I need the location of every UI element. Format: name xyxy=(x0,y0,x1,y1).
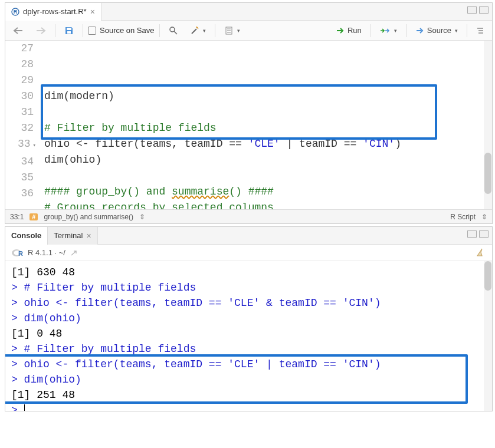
section-nav-icon[interactable]: ⇕ xyxy=(139,213,145,221)
line-number: 27 xyxy=(5,41,34,57)
line-number: 36 xyxy=(5,186,34,202)
console-tab-bar: Console Terminal × xyxy=(5,227,492,245)
line-number: 35 xyxy=(5,170,34,186)
source-button[interactable]: Source ▾ xyxy=(411,24,462,37)
r-file-icon: R xyxy=(11,8,19,16)
save-icon xyxy=(64,26,74,35)
line-number: 30 xyxy=(5,88,34,104)
line-gutter: 27282930313233▾343536 xyxy=(5,41,42,209)
find-button[interactable] xyxy=(165,24,182,38)
pane-window-controls xyxy=(467,6,489,14)
console-line: [1] 0 48 xyxy=(11,326,486,341)
run-arrow-icon xyxy=(336,27,345,34)
notebook-icon xyxy=(224,26,234,35)
compile-report-button[interactable]: ▾ xyxy=(220,24,244,38)
wand-icon xyxy=(190,26,199,35)
chevron-down-icon: ▾ xyxy=(394,28,397,34)
r-logo-icon: R xyxy=(11,248,23,258)
rerun-button[interactable]: ▾ xyxy=(376,25,401,37)
minimize-console-button[interactable] xyxy=(467,230,477,238)
code-line[interactable]: dim(modern) xyxy=(44,88,492,104)
code-line[interactable]: # Filter by multiple fields xyxy=(44,120,492,136)
back-button[interactable] xyxy=(9,24,28,37)
console-pane: Console Terminal × R R 4.1.1 · ~/ [1] 63… xyxy=(5,226,493,411)
editor-tab[interactable]: R dplyr-rows-start.R* × xyxy=(5,3,101,21)
arrow-left-icon xyxy=(13,27,24,35)
source-on-save-checkbox[interactable] xyxy=(88,27,96,35)
editor-tab-bar: R dplyr-rows-start.R* × xyxy=(5,3,492,21)
editor-pane: R dplyr-rows-start.R* × Source on Save xyxy=(5,2,493,224)
console-window-controls xyxy=(467,230,489,238)
svg-text:R: R xyxy=(18,250,23,257)
console-scrollbar[interactable] xyxy=(484,261,492,411)
svg-line-5 xyxy=(174,31,177,34)
broom-icon xyxy=(476,248,486,258)
save-button[interactable] xyxy=(60,24,78,38)
console-tab[interactable]: Console xyxy=(5,227,48,245)
console-line: [1] 630 48 xyxy=(11,265,486,280)
editor-tab-title: dplyr-rows-start.R* xyxy=(23,7,87,16)
arrow-right-icon xyxy=(35,27,46,35)
console-line: > # Filter by multiple fields xyxy=(11,341,486,357)
console-line: > xyxy=(11,403,486,411)
language-nav-icon[interactable]: ⇕ xyxy=(481,213,487,221)
source-on-save-label: Source on Save xyxy=(100,26,155,35)
section-badge: # xyxy=(29,213,38,220)
svg-line-6 xyxy=(192,29,196,34)
code-line[interactable] xyxy=(44,168,492,184)
language-mode[interactable]: R Script xyxy=(450,213,476,221)
rerun-icon xyxy=(380,27,391,34)
code-tools-button[interactable]: ▾ xyxy=(186,24,210,38)
line-number: 32 xyxy=(5,120,34,136)
console-line: > ohio <- filter(teams, teamID == 'CLE' … xyxy=(11,295,486,311)
source-arrow-icon xyxy=(415,27,425,34)
r-version-label: R 4.1.1 · ~/ xyxy=(28,248,65,257)
outline-button[interactable] xyxy=(472,24,489,37)
console-header: R R 4.1.1 · ~/ xyxy=(5,245,492,261)
editor-toolbar: Source on Save ▾ ▾ Run ▾ Source ▾ xyxy=(5,21,492,41)
editor-status-bar: 33:1 # group_by() and summarise() ⇕ R Sc… xyxy=(5,209,492,223)
run-button[interactable]: Run xyxy=(332,24,366,37)
line-number: 34 xyxy=(5,154,34,170)
terminal-tab[interactable]: Terminal × xyxy=(48,227,97,245)
code-line[interactable] xyxy=(44,104,492,120)
code-content[interactable]: dim(modern) # Filter by multiple fieldso… xyxy=(42,41,492,209)
minimize-pane-button[interactable] xyxy=(467,6,477,14)
section-name[interactable]: group_by() and summarise() xyxy=(44,213,133,221)
line-number: 29 xyxy=(5,73,34,88)
maximize-console-button[interactable] xyxy=(479,230,489,238)
outline-icon xyxy=(476,27,484,35)
popout-icon[interactable] xyxy=(70,249,78,256)
console-line: > dim(ohio) xyxy=(11,372,486,387)
console-line: > # Filter by multiple fields xyxy=(11,280,486,295)
close-tab-icon[interactable]: × xyxy=(90,7,95,17)
svg-text:R: R xyxy=(14,9,18,15)
chevron-down-icon: ▾ xyxy=(237,28,240,34)
search-icon xyxy=(169,26,178,35)
chevron-down-icon: ▾ xyxy=(203,28,206,34)
clear-console-button[interactable] xyxy=(476,248,486,258)
line-number: 31 xyxy=(5,104,34,120)
code-line[interactable]: dim(ohio) xyxy=(44,152,492,168)
close-terminal-icon[interactable]: × xyxy=(86,231,91,241)
cursor-position: 33:1 xyxy=(10,213,24,221)
svg-point-4 xyxy=(170,27,175,32)
line-number: 28 xyxy=(5,57,34,73)
code-line[interactable]: ohio <- filter(teams, teamID == 'CLE' | … xyxy=(44,136,492,152)
chevron-down-icon: ▾ xyxy=(455,28,458,34)
console-line: [1] 251 48 xyxy=(11,387,486,403)
line-number: 33▾ xyxy=(5,136,34,154)
svg-rect-3 xyxy=(67,31,71,34)
code-editor[interactable]: 27282930313233▾343536 dim(modern) # Filt… xyxy=(5,41,492,209)
console-output[interactable]: [1] 630 48> # Filter by multiple fields>… xyxy=(5,261,492,411)
maximize-pane-button[interactable] xyxy=(479,6,489,14)
code-line[interactable]: # Groups records by selected columns xyxy=(44,200,492,209)
forward-button[interactable] xyxy=(31,24,50,37)
console-line: > ohio <- filter(teams, teamID == 'CLE' … xyxy=(11,357,486,372)
svg-rect-2 xyxy=(67,28,71,30)
editor-scrollbar[interactable] xyxy=(484,41,492,209)
code-line[interactable]: #### group_by() and summarise() #### xyxy=(44,184,492,200)
console-line: > dim(ohio) xyxy=(11,311,486,326)
